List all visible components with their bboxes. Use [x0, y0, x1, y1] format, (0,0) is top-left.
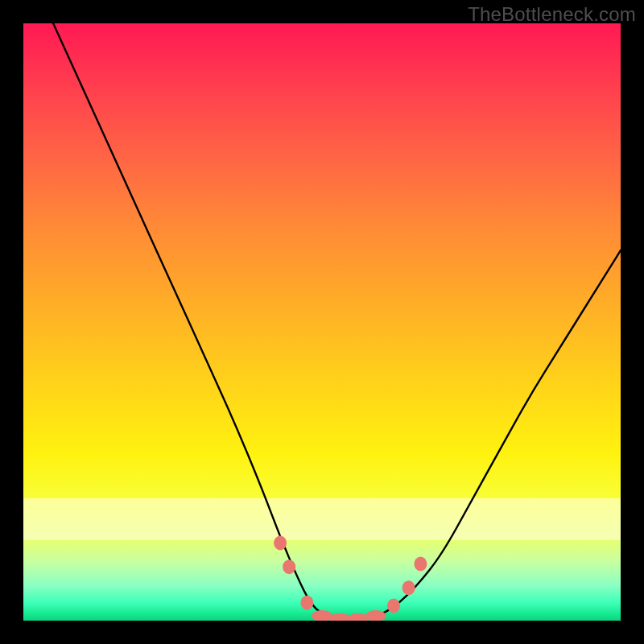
curve-marker [402, 580, 415, 595]
curve-marker [312, 610, 332, 621]
curve-marker [283, 559, 295, 574]
marker-group [274, 536, 427, 621]
plot-area [23, 23, 621, 621]
curve-marker [329, 613, 350, 621]
curve-marker [365, 610, 386, 621]
curve-marker [274, 536, 287, 551]
bottleneck-curve [53, 23, 621, 621]
curve-marker [387, 599, 400, 613]
watermark-text: TheBottleneck.com [468, 3, 636, 26]
curve-marker [300, 596, 313, 610]
curve-layer [23, 23, 621, 621]
chart-frame: TheBottleneck.com [0, 0, 644, 644]
curve-marker [414, 557, 427, 572]
curve-marker [348, 613, 369, 621]
